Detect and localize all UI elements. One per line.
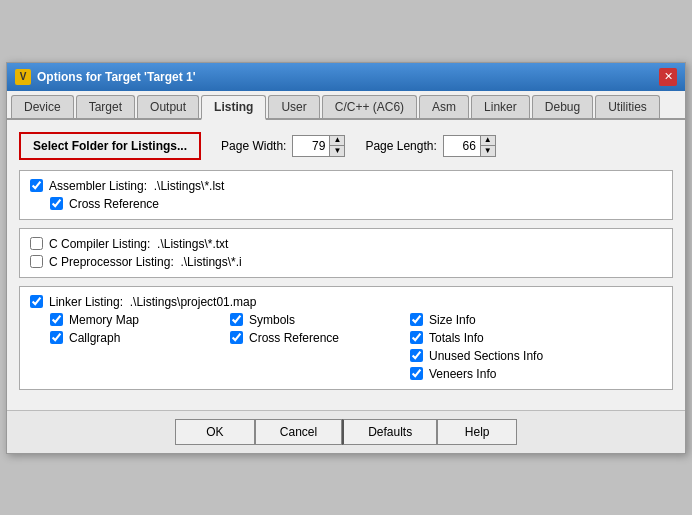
- cross-reference-label[interactable]: Cross Reference: [249, 331, 339, 345]
- page-length-input[interactable]: [444, 137, 480, 155]
- tab-cxx[interactable]: C/C++ (AC6): [322, 95, 417, 118]
- symbols-row: Symbols: [230, 313, 410, 327]
- app-icon: V: [15, 69, 31, 85]
- tab-linker[interactable]: Linker: [471, 95, 530, 118]
- bottom-bar: OK Cancel Defaults Help: [7, 410, 685, 453]
- page-width-input[interactable]: [293, 137, 329, 155]
- tab-bar: Device Target Output Listing User C/C++ …: [7, 91, 685, 120]
- assembler-listing-row: Assembler Listing: .\Listings\*.lst: [30, 179, 662, 193]
- c-compiler-checkbox[interactable]: [30, 237, 43, 250]
- c-compiler-row: C Compiler Listing: .\Listings\*.txt: [30, 237, 662, 251]
- size-info-checkbox[interactable]: [410, 313, 423, 326]
- callgraph-checkbox[interactable]: [50, 331, 63, 344]
- page-length-down[interactable]: ▼: [481, 146, 495, 156]
- tab-listing[interactable]: Listing: [201, 95, 266, 120]
- cross-reference-row: Cross Reference: [230, 331, 410, 345]
- tab-device[interactable]: Device: [11, 95, 74, 118]
- memory-map-checkbox[interactable]: [50, 313, 63, 326]
- linker-listing-label[interactable]: Linker Listing: .\Listings\project01.map: [49, 295, 256, 309]
- compiler-section: C Compiler Listing: .\Listings\*.txt C P…: [19, 228, 673, 278]
- top-bar: Select Folder for Listings... Page Width…: [19, 132, 673, 160]
- c-compiler-label[interactable]: C Compiler Listing: .\Listings\*.txt: [49, 237, 228, 251]
- page-width-down[interactable]: ▼: [330, 146, 344, 156]
- c-preprocessor-checkbox[interactable]: [30, 255, 43, 268]
- tab-utilities[interactable]: Utilities: [595, 95, 660, 118]
- assembler-cross-reference-checkbox[interactable]: [50, 197, 63, 210]
- veneers-info-label[interactable]: Veneers Info: [429, 367, 496, 381]
- linker-listing-row: Linker Listing: .\Listings\project01.map: [30, 295, 662, 309]
- page-length-spinner[interactable]: ▲ ▼: [443, 135, 496, 157]
- unused-sections-label[interactable]: Unused Sections Info: [429, 349, 543, 363]
- assembler-listing-label[interactable]: Assembler Listing: .\Listings\*.lst: [49, 179, 224, 193]
- page-length-setting: Page Length: ▲ ▼: [365, 135, 495, 157]
- memory-map-label[interactable]: Memory Map: [69, 313, 139, 327]
- c-preprocessor-label[interactable]: C Preprocessor Listing: .\Listings\*.i: [49, 255, 242, 269]
- size-info-label[interactable]: Size Info: [429, 313, 476, 327]
- assembler-section: Assembler Listing: .\Listings\*.lst Cros…: [19, 170, 673, 220]
- page-width-label: Page Width:: [221, 139, 286, 153]
- veneers-info-row: Veneers Info: [410, 367, 610, 381]
- page-width-spinner[interactable]: ▲ ▼: [292, 135, 345, 157]
- page-length-label: Page Length:: [365, 139, 436, 153]
- c-preprocessor-row: C Preprocessor Listing: .\Listings\*.i: [30, 255, 662, 269]
- cancel-button[interactable]: Cancel: [255, 419, 342, 445]
- unused-sections-row: Unused Sections Info: [410, 349, 610, 363]
- linker-options-grid: Memory Map Callgraph Symbols Cro: [50, 313, 662, 381]
- totals-info-label[interactable]: Totals Info: [429, 331, 484, 345]
- page-width-setting: Page Width: ▲ ▼: [221, 135, 345, 157]
- symbols-checkbox[interactable]: [230, 313, 243, 326]
- assembler-cross-reference-label[interactable]: Cross Reference: [69, 197, 159, 211]
- content-area: Select Folder for Listings... Page Width…: [7, 120, 685, 410]
- assembler-cross-ref-row: Cross Reference: [50, 197, 662, 211]
- select-folder-button[interactable]: Select Folder for Listings...: [19, 132, 201, 160]
- ok-button[interactable]: OK: [175, 419, 255, 445]
- title-bar: V Options for Target 'Target 1' ✕: [7, 63, 685, 91]
- totals-info-checkbox[interactable]: [410, 331, 423, 344]
- cross-reference-checkbox[interactable]: [230, 331, 243, 344]
- options-dialog: V Options for Target 'Target 1' ✕ Device…: [6, 62, 686, 454]
- page-length-up[interactable]: ▲: [481, 136, 495, 146]
- close-button[interactable]: ✕: [659, 68, 677, 86]
- tab-asm[interactable]: Asm: [419, 95, 469, 118]
- tab-user[interactable]: User: [268, 95, 319, 118]
- callgraph-row: Callgraph: [50, 331, 230, 345]
- totals-info-row: Totals Info: [410, 331, 610, 345]
- size-info-row: Size Info: [410, 313, 610, 327]
- symbols-label[interactable]: Symbols: [249, 313, 295, 327]
- defaults-button[interactable]: Defaults: [342, 419, 437, 445]
- assembler-listing-checkbox[interactable]: [30, 179, 43, 192]
- tab-output[interactable]: Output: [137, 95, 199, 118]
- tab-target[interactable]: Target: [76, 95, 135, 118]
- window-title: Options for Target 'Target 1': [37, 70, 196, 84]
- memory-map-row: Memory Map: [50, 313, 230, 327]
- linker-listing-checkbox[interactable]: [30, 295, 43, 308]
- help-button[interactable]: Help: [437, 419, 517, 445]
- page-width-up[interactable]: ▲: [330, 136, 344, 146]
- veneers-info-checkbox[interactable]: [410, 367, 423, 380]
- linker-section: Linker Listing: .\Listings\project01.map…: [19, 286, 673, 390]
- callgraph-label[interactable]: Callgraph: [69, 331, 120, 345]
- unused-sections-checkbox[interactable]: [410, 349, 423, 362]
- tab-debug[interactable]: Debug: [532, 95, 593, 118]
